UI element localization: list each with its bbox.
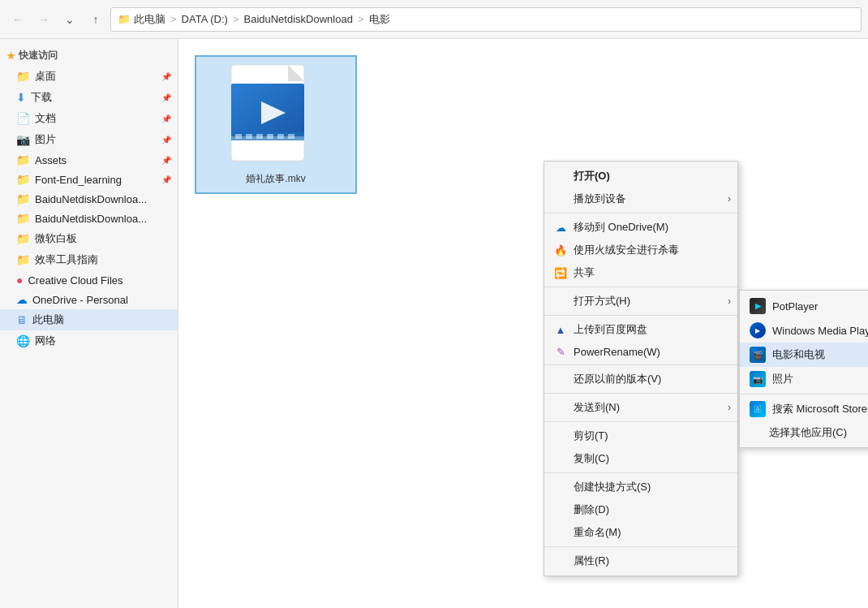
cc-icon: ● xyxy=(16,274,23,287)
divider-2 xyxy=(544,287,737,287)
sidebar-item-desktop[interactable]: 📁 桌面 📌 xyxy=(0,66,178,87)
ctx-fire[interactable]: 🔥 使用火绒安全进行杀毒 xyxy=(544,239,737,261)
file-icon xyxy=(223,63,329,169)
sidebar-label-whiteboard: 微软白板 xyxy=(35,231,77,246)
quick-access-header: ★ 快速访问 xyxy=(0,45,178,66)
onedrive-icon: ☁ xyxy=(554,221,567,234)
other-app-icon xyxy=(750,426,763,439)
pc-icon: 🖥 xyxy=(16,313,28,326)
breadcrumb-icon: 📁 xyxy=(118,13,131,25)
copy-icon xyxy=(554,452,567,465)
divider-7 xyxy=(544,472,737,473)
submenu-other-app[interactable]: 选择其他应用(C) xyxy=(740,421,868,444)
submenu-potplayer[interactable]: ▶ PotPlayer xyxy=(740,294,868,318)
arrow-icon: › xyxy=(728,295,731,307)
sendto-icon xyxy=(554,401,567,414)
submenu-movies[interactable]: 🎬 电影和电视 xyxy=(740,343,868,367)
ctx-powerrename[interactable]: ✎ PowerRename(W) xyxy=(544,341,737,362)
divider-6 xyxy=(544,421,737,422)
svg-rect-7 xyxy=(246,134,252,139)
ctx-baidu[interactable]: ▲ 上传到百度网盘 xyxy=(544,318,737,341)
up-button[interactable]: ↑ xyxy=(84,8,107,31)
sidebar-item-pictures[interactable]: 📷 图片 📌 xyxy=(0,129,178,150)
sidebar-label-cc: Creative Cloud Files xyxy=(28,274,122,287)
shortcut-icon xyxy=(554,481,567,494)
sidebar-label-onedrive: OneDrive - Personal xyxy=(32,294,128,306)
submenu-store[interactable]: 🇦 搜索 Microsoft Store(S) xyxy=(740,397,868,421)
onedrive-icon: ☁ xyxy=(16,293,28,306)
back-button[interactable]: ← xyxy=(6,8,29,31)
ctx-sendto[interactable]: 发送到(N) › xyxy=(544,396,737,419)
folder-icon: 📁 xyxy=(16,253,30,266)
pin-icon: 📌 xyxy=(161,93,171,102)
fire-icon: 🔥 xyxy=(554,244,567,257)
restore-icon xyxy=(554,373,567,386)
sidebar-item-whiteboard[interactable]: 📁 微软白板 xyxy=(0,228,178,249)
movies-icon: 🎬 xyxy=(750,347,766,363)
sidebar-item-download[interactable]: ⬇ 下载 📌 xyxy=(0,87,178,108)
forward-button[interactable]: → xyxy=(32,8,55,31)
pictures-icon: 📷 xyxy=(16,133,30,146)
sidebar-item-tools[interactable]: 📁 效率工具指南 xyxy=(0,249,178,270)
play-icon xyxy=(554,192,567,205)
pot-icon: ▶ xyxy=(750,298,766,314)
sidebar-item-onedrive[interactable]: ☁ OneDrive - Personal xyxy=(0,290,178,309)
svg-rect-8 xyxy=(256,134,263,139)
ctx-restore[interactable]: 还原以前的版本(V) xyxy=(544,368,737,390)
open-icon xyxy=(554,170,567,183)
sidebar-label-download: 下载 xyxy=(31,90,52,105)
sidebar-label-desktop: 桌面 xyxy=(35,69,56,84)
submenu-wmp[interactable]: ▶ Windows Media Player xyxy=(740,318,868,343)
file-item[interactable]: 婚礼故事.mkv xyxy=(195,55,357,194)
ctx-open-with[interactable]: 打开方式(H) › ▶ PotPlayer ▶ Windows Media Pl… xyxy=(544,290,737,313)
ctx-copy[interactable]: 复制(C) xyxy=(544,447,737,470)
photos-icon: 📷 xyxy=(750,371,766,387)
breadcrumb-current: 电影 xyxy=(369,12,390,27)
ctx-share[interactable]: 🔁 共享 xyxy=(544,261,737,284)
sidebar-label-thispc: 此电脑 xyxy=(32,313,64,327)
ctx-open[interactable]: 打开(O) xyxy=(544,165,737,188)
address-bar[interactable]: 📁 此电脑 > DATA (D:) > BaiduNetdiskDownload… xyxy=(110,7,862,32)
baidu-icon: ▲ xyxy=(554,323,567,336)
share-icon: 🔁 xyxy=(554,266,567,279)
cut-icon xyxy=(554,429,567,442)
folder-icon: 📁 xyxy=(16,153,30,166)
sidebar-label-network: 网络 xyxy=(35,334,56,348)
ctx-play-to[interactable]: 播放到设备 › xyxy=(544,188,737,210)
sidebar-item-frontend[interactable]: 📁 Font-End_learning 📌 xyxy=(0,170,178,189)
sidebar-item-baidu2[interactable]: 📁 BaiduNetdiskDownloa... xyxy=(0,209,178,228)
submenu-photos[interactable]: 📷 照片 xyxy=(740,367,868,391)
sidebar-item-network[interactable]: 🌐 网络 xyxy=(0,330,178,351)
svg-rect-10 xyxy=(277,134,284,139)
ctx-cut[interactable]: 剪切(T) xyxy=(544,425,737,447)
pin-icon: 📌 xyxy=(161,156,171,165)
ctx-onedrive[interactable]: ☁ 移动到 OneDrive(M) xyxy=(544,216,737,239)
wmp-icon: ▶ xyxy=(750,322,766,338)
file-label: 婚礼故事.mkv xyxy=(246,172,305,186)
sidebar-label-baidu1: BaiduNetdiskDownloa... xyxy=(35,193,147,205)
sidebar-item-baidu1[interactable]: 📁 BaiduNetdiskDownloa... xyxy=(0,189,178,209)
divider-1 xyxy=(544,213,737,213)
divider-5 xyxy=(544,393,737,394)
star-icon: ★ xyxy=(6,50,15,62)
sidebar-label-pictures: 图片 xyxy=(35,132,56,147)
ctx-properties[interactable]: 属性(R) xyxy=(544,550,737,572)
recent-button[interactable]: ⌄ xyxy=(58,8,81,31)
properties-icon xyxy=(554,554,567,567)
sidebar-item-cc[interactable]: ● Creative Cloud Files xyxy=(0,270,178,290)
network-icon: 🌐 xyxy=(16,334,30,347)
ctx-rename[interactable]: 重命名(M) xyxy=(544,521,737,544)
sidebar-item-assets[interactable]: 📁 Assets 📌 xyxy=(0,150,178,170)
ctx-create-shortcut[interactable]: 创建快捷方式(S) xyxy=(544,476,737,498)
svg-rect-6 xyxy=(235,134,242,139)
ctx-delete[interactable]: 删除(D) xyxy=(544,498,737,521)
sidebar-item-thispc[interactable]: 🖥 此电脑 xyxy=(0,309,178,330)
context-menu: 打开(O) 播放到设备 › ☁ 移动到 OneDrive(M) 🔥 使用火绒安全… xyxy=(544,161,738,576)
sidebar-item-docs[interactable]: 📄 文档 📌 xyxy=(0,108,178,129)
folder-icon: 📁 xyxy=(16,212,30,225)
breadcrumb-pc: 此电脑 xyxy=(134,12,165,27)
arrow-icon: › xyxy=(728,402,731,413)
breadcrumb-folder: BaiduNetdiskDownload xyxy=(243,13,352,25)
pin-icon: 📌 xyxy=(161,136,171,144)
folder-icon: 📁 xyxy=(16,173,30,186)
